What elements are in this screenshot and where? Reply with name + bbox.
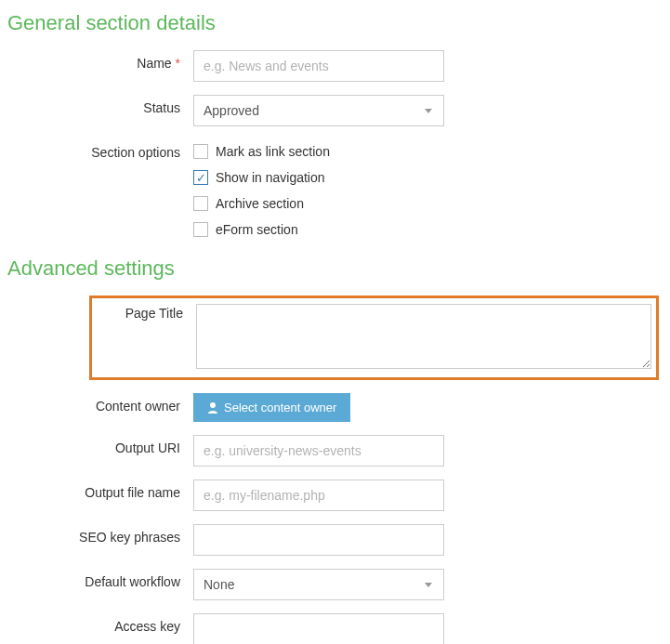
- option-mark-link: Mark as link section: [193, 139, 330, 164]
- option-eform: eForm section: [193, 217, 330, 242]
- label-default-workflow: Default workflow: [7, 569, 193, 589]
- label-output-filename: Output file name: [7, 480, 193, 500]
- required-mark: *: [176, 56, 180, 71]
- checkbox-show-nav[interactable]: ✓: [193, 170, 208, 185]
- label-page-title: Page Title: [92, 304, 196, 321]
- status-selected-value: Approved: [204, 103, 259, 118]
- select-content-owner-button[interactable]: Select content owner: [193, 393, 350, 422]
- default-workflow-select[interactable]: None: [193, 569, 444, 600]
- checkbox-label: eForm section: [216, 222, 298, 237]
- checkbox-archive[interactable]: [193, 196, 208, 211]
- label-seo: SEO key phrases: [7, 524, 193, 545]
- checkbox-label: Show in navigation: [216, 170, 325, 185]
- checkbox-label: Mark as link section: [216, 144, 330, 159]
- label-access-key: Access key: [7, 613, 193, 634]
- checkbox-eform[interactable]: [193, 222, 208, 237]
- checkbox-label: Archive section: [216, 196, 304, 211]
- label-section-options: Section options: [7, 139, 193, 160]
- user-icon: [207, 401, 218, 414]
- heading-general: General section details: [7, 11, 663, 35]
- page-title-field[interactable]: [196, 304, 651, 369]
- output-uri-field[interactable]: [193, 435, 444, 467]
- workflow-selected-value: None: [204, 577, 234, 592]
- checkbox-mark-link[interactable]: [193, 144, 208, 159]
- seo-field[interactable]: [193, 524, 444, 556]
- button-label: Select content owner: [224, 401, 336, 414]
- status-select[interactable]: Approved: [193, 95, 444, 126]
- name-field[interactable]: [193, 50, 444, 82]
- label-content-owner: Content owner: [7, 393, 193, 414]
- access-key-field[interactable]: [193, 613, 444, 644]
- chevron-down-icon: [425, 583, 432, 587]
- page-title-highlight: Page Title: [89, 296, 659, 380]
- label-name: Name *: [7, 50, 193, 71]
- option-archive: Archive section: [193, 191, 330, 216]
- heading-advanced: Advanced settings: [7, 256, 663, 281]
- label-output-uri: Output URI: [7, 435, 193, 455]
- svg-point-0: [210, 402, 216, 408]
- chevron-down-icon: [425, 109, 432, 113]
- output-filename-field[interactable]: [193, 480, 444, 511]
- option-show-nav: ✓ Show in navigation: [193, 165, 330, 190]
- label-status: Status: [7, 95, 193, 115]
